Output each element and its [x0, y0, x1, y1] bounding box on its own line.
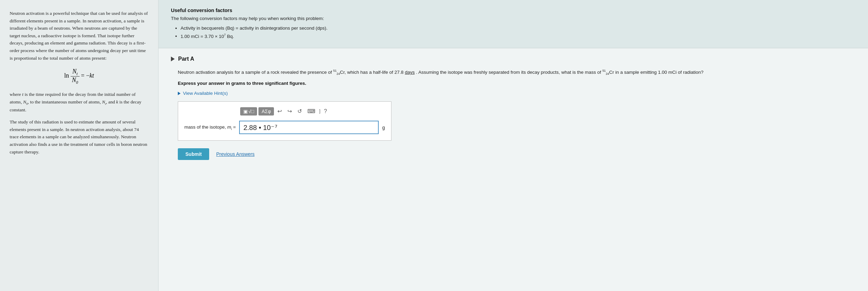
hint-triangle-icon — [178, 92, 181, 95]
symbol-button[interactable]: ΑΣφ — [258, 107, 274, 116]
hint-label: View Available Hint(s) — [183, 91, 228, 96]
conversion-list: Activity in becquerels (Bq) = activity i… — [171, 24, 856, 40]
matrix-button[interactable]: ▣ √□ — [240, 107, 257, 116]
conversion-subtitle: The following conversion factors may hel… — [171, 16, 856, 21]
matrix-icon: ▣ — [243, 109, 248, 114]
bold-instruction: Express your answer in grams to three si… — [178, 81, 856, 86]
answer-unit: g — [382, 125, 385, 130]
sigma-icon: ΑΣφ — [262, 109, 271, 114]
conversion-item-2: 1.00 mCi = 3.70 × 107 Bq. — [181, 32, 856, 40]
left-para-3: The study of this radiation is used to e… — [10, 118, 149, 155]
keyboard-button[interactable]: ⌨ — [305, 107, 317, 116]
answer-row: mass of the isotope, mi = g — [184, 121, 385, 134]
undo-button[interactable]: ↩ — [275, 107, 284, 116]
problem-text: Neutron activation analysis for a sample… — [178, 68, 856, 77]
answer-input[interactable] — [239, 121, 379, 134]
right-panel: Useful conversion factors The following … — [159, 0, 868, 291]
formula-block: ln Nt N0 = −kt — [10, 68, 149, 84]
answer-box: ▣ √□ ΑΣφ ↩ ↪ ↺ ⌨ ] ? mass of the isotope… — [178, 101, 391, 141]
collapse-icon[interactable] — [171, 57, 175, 61]
toolbar: ▣ √□ ΑΣφ ↩ ↪ ↺ ⌨ ] ? — [184, 107, 385, 116]
sqrt-icon: √□ — [248, 109, 254, 114]
hint-link[interactable]: View Available Hint(s) — [178, 91, 856, 96]
left-para-2: where t is the time required for the dec… — [10, 91, 149, 113]
part-header: Part A — [171, 56, 856, 62]
main-content: Part A Neutron activation analysis for a… — [159, 48, 868, 291]
conversion-box: Useful conversion factors The following … — [159, 0, 868, 48]
refresh-button[interactable]: ↺ — [295, 107, 304, 116]
bottom-row: Submit Previous Answers — [178, 148, 856, 160]
redo-button[interactable]: ↪ — [285, 107, 294, 116]
answer-label: mass of the isotope, mi = — [184, 124, 236, 131]
left-panel: Neutron activation is a powerful techniq… — [0, 0, 159, 291]
part-label: Part A — [178, 56, 194, 62]
help-button[interactable]: ? — [322, 107, 329, 116]
conversion-item-1: Activity in becquerels (Bq) = activity i… — [181, 24, 856, 32]
submit-button[interactable]: Submit — [178, 148, 209, 160]
bracket-label: ] — [319, 109, 320, 114]
previous-answers-button[interactable]: Previous Answers — [216, 151, 254, 157]
left-para-1: Neutron activation is a powerful techniq… — [10, 10, 149, 62]
conversion-title: Useful conversion factors — [171, 8, 856, 13]
